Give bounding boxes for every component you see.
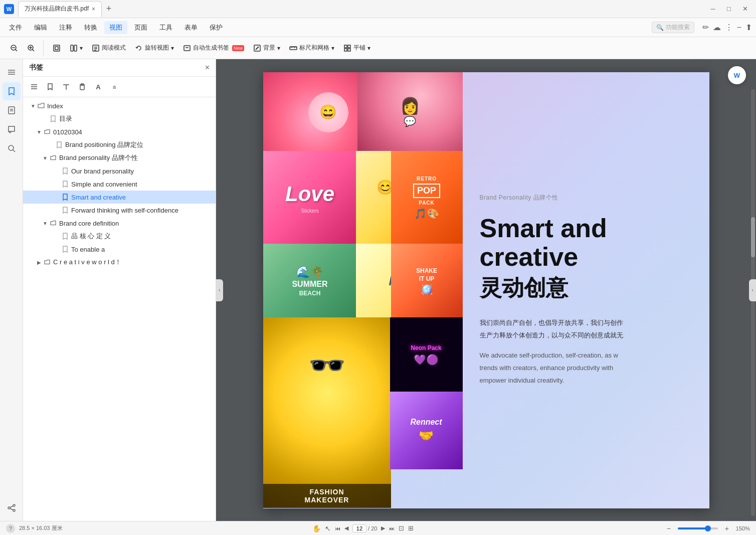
tree-arrow-index[interactable]: ▼ bbox=[29, 102, 37, 110]
right-expand-button[interactable]: › bbox=[749, 279, 756, 301]
sidebar-tb-text[interactable] bbox=[59, 80, 73, 94]
zoom-in-status[interactable]: + bbox=[722, 523, 732, 533]
menu-page[interactable]: 页面 bbox=[129, 21, 152, 34]
nav-prev[interactable]: ◀ bbox=[344, 525, 348, 531]
sidebar-icon-menu[interactable] bbox=[3, 63, 21, 81]
tree-label-our-brand: Our brand personality bbox=[71, 167, 212, 175]
maximize-button[interactable]: □ bbox=[722, 2, 736, 16]
reading-mode-button[interactable]: 阅读模式 bbox=[88, 40, 130, 56]
menu-file[interactable]: 文件 bbox=[4, 21, 27, 34]
minimize-button[interactable]: ─ bbox=[706, 2, 720, 16]
heading-cn: 灵动创意 bbox=[480, 273, 697, 303]
zoom-slider[interactable] bbox=[678, 527, 718, 529]
new-tab-button[interactable]: + bbox=[102, 2, 116, 16]
sidebar-icon-search[interactable] bbox=[3, 139, 21, 157]
svg-rect-10 bbox=[74, 45, 77, 51]
ruler-button[interactable]: 标尺和网格 ▾ bbox=[285, 40, 338, 56]
tree-item-brand-core-cn[interactable]: 品 核 心 定 义 bbox=[23, 230, 216, 243]
tree-item-to-enable[interactable]: To enable a bbox=[23, 243, 216, 256]
toc-button[interactable]: 自动生成书签 New bbox=[179, 40, 248, 56]
tree-item-brand-pos[interactable]: Brand positioning 品牌定位 bbox=[23, 138, 216, 151]
tree-item-catalog[interactable]: 目录 bbox=[23, 112, 216, 125]
sidebar-icon-annotation[interactable] bbox=[3, 120, 21, 138]
page-input[interactable] bbox=[352, 524, 366, 532]
menubar: 文件 编辑 注释 转换 视图 页面 工具 表单 保护 🔍 功能搜索 ✏ ☁ ⋮ … bbox=[0, 18, 756, 37]
menu-protect[interactable]: 保护 bbox=[205, 21, 228, 34]
tree-folder-icon-5 bbox=[43, 258, 51, 266]
tree-item-creative-world[interactable]: ▶ C r e a t i v e w o r l d！ bbox=[23, 256, 216, 269]
toolbar-icon-5[interactable]: ⬆ bbox=[745, 23, 752, 32]
menu-comment[interactable]: 注释 bbox=[54, 21, 77, 34]
tree-item-brand-per[interactable]: ▼ Brand personality 品牌个性 bbox=[23, 151, 216, 164]
function-search[interactable]: 功能搜索 bbox=[666, 23, 690, 32]
tree-arrow-creative-world[interactable]: ▶ bbox=[35, 258, 43, 266]
tree-item-forward[interactable]: Forward thinking with self-confidence bbox=[23, 204, 216, 217]
svg-rect-26 bbox=[348, 49, 350, 51]
zoom-slider-thumb[interactable] bbox=[705, 525, 711, 531]
sidebar-tb-bookmark[interactable] bbox=[43, 80, 57, 94]
rotate-arrow: ▾ bbox=[171, 45, 174, 52]
sidebar-tb-uppercase[interactable]: A bbox=[91, 80, 105, 94]
pdf-viewer: ‹ › W 😄 bbox=[216, 59, 756, 521]
tree-item-brand-core[interactable]: ▼ Brand core definition bbox=[23, 217, 216, 230]
photo-summer: 🌊🌴 SUMMER BEACH bbox=[263, 244, 357, 319]
scrollbar-thumb[interactable] bbox=[751, 217, 755, 257]
tab-close-button[interactable]: × bbox=[92, 6, 95, 13]
sidebar-collapse-button[interactable]: ‹ bbox=[216, 279, 223, 301]
tree-bookmark-icon-2 bbox=[55, 141, 63, 149]
tree-arrow-01020304[interactable]: ▼ bbox=[35, 128, 43, 136]
flat-button[interactable]: 平铺 ▾ bbox=[339, 40, 374, 56]
tree-item-our-brand[interactable]: Our brand personality bbox=[23, 164, 216, 177]
rotate-view-label: 旋转视图 bbox=[145, 44, 169, 52]
active-tab[interactable]: 万兴科技品牌白皮书.pdf × bbox=[18, 1, 102, 17]
background-button[interactable]: 背景 ▾ bbox=[249, 40, 284, 56]
tree-item-simple[interactable]: Simple and convenient bbox=[23, 177, 216, 191]
screenshot-button[interactable] bbox=[49, 40, 65, 56]
menu-form[interactable]: 表单 bbox=[179, 21, 203, 34]
sidebar-icon-pages[interactable] bbox=[3, 101, 21, 119]
tree-label-forward: Forward thinking with self-confidence bbox=[71, 207, 212, 214]
toolbar-icon-1[interactable]: ✏ bbox=[702, 23, 709, 32]
sidebar-icon-bookmark[interactable] bbox=[3, 82, 21, 100]
zoom-out-button[interactable] bbox=[6, 40, 22, 56]
sidebar-tb-delete[interactable] bbox=[75, 80, 89, 94]
sidebar-icon-share[interactable] bbox=[3, 499, 21, 517]
rotate-view-button[interactable]: 旋转视图 ▾ bbox=[131, 40, 178, 56]
toolbar-icon-3[interactable]: ⋮ bbox=[725, 23, 733, 32]
tree-folder-icon-2 bbox=[43, 128, 51, 136]
sidebar-tb-lowercase[interactable]: a bbox=[107, 80, 121, 94]
brand-personality-text: Brand Personality 品牌个性 bbox=[480, 194, 558, 201]
statusbar: ? 28.5 × 16.03 厘米 ✋ ↖ ⏮ ◀ / 20 ▶ ⏭ ⊡ ⊞ −… bbox=[0, 521, 756, 535]
close-button[interactable]: ✕ bbox=[738, 2, 752, 16]
nav-next[interactable]: ▶ bbox=[381, 525, 385, 531]
menu-convert[interactable]: 转换 bbox=[79, 21, 102, 34]
nav-last[interactable]: ⏭ bbox=[389, 525, 395, 531]
tree-arrow-brand-core[interactable]: ▼ bbox=[41, 219, 49, 227]
tree-item-01020304[interactable]: ▼ 01020304 bbox=[23, 125, 216, 138]
help-button[interactable]: ? bbox=[6, 524, 15, 533]
cursor-tool[interactable]: ✋ bbox=[312, 524, 321, 532]
background-label: 背景 bbox=[263, 44, 275, 52]
zoom-in-button[interactable] bbox=[23, 40, 39, 56]
svg-rect-23 bbox=[344, 45, 347, 48]
fit-width-button[interactable]: ⊞ bbox=[408, 524, 414, 532]
nav-first[interactable]: ⏮ bbox=[335, 525, 340, 531]
heading-en-line1: Smart and bbox=[480, 214, 697, 243]
tree-label-catalog: 目录 bbox=[59, 114, 212, 123]
toolbar-icon-2[interactable]: ☁ bbox=[713, 23, 721, 32]
select-tool[interactable]: ↖ bbox=[325, 524, 331, 532]
toolbar-icon-4[interactable]: − bbox=[737, 23, 741, 32]
tree-arrow-brand-per[interactable]: ▼ bbox=[41, 154, 49, 162]
fit-page-button[interactable]: ⊡ bbox=[399, 524, 404, 532]
reading-mode-label: 阅读模式 bbox=[102, 44, 126, 52]
zoom-out-status[interactable]: − bbox=[664, 523, 674, 533]
sidebar-close-button[interactable]: × bbox=[205, 63, 210, 72]
menu-edit[interactable]: 编辑 bbox=[29, 21, 52, 34]
tree-item-index[interactable]: ▼ Index bbox=[23, 99, 216, 112]
sidebar-tb-list[interactable] bbox=[27, 80, 41, 94]
menu-view[interactable]: 视图 bbox=[104, 21, 127, 34]
tree-item-smart[interactable]: Smart and creative bbox=[23, 191, 216, 204]
wps-badge[interactable]: W bbox=[728, 66, 746, 84]
view-options-button[interactable]: ▾ bbox=[66, 40, 87, 56]
menu-tools[interactable]: 工具 bbox=[154, 21, 177, 34]
